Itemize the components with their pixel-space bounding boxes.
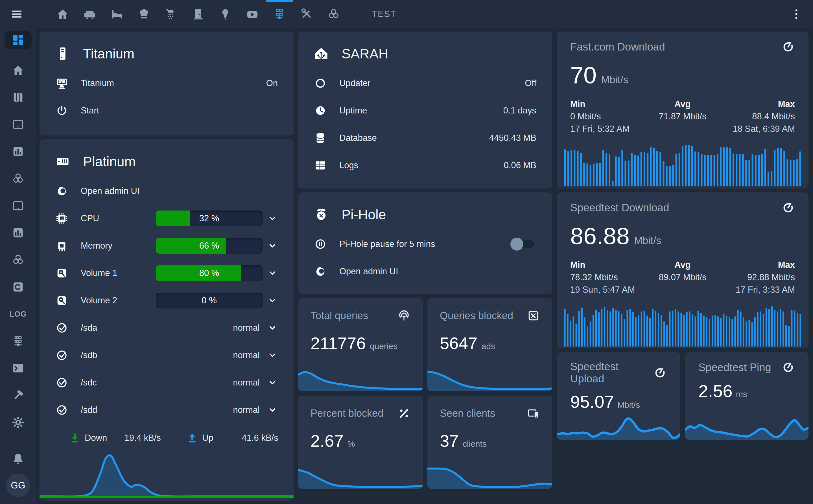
overflow-menu-icon[interactable] bbox=[790, 8, 803, 21]
chevron-down-icon[interactable] bbox=[267, 240, 278, 251]
card-speedtest-download: Speedtest Download 86.88 Mbit/s Min 78.3… bbox=[557, 192, 808, 348]
dashboard-tabs: TEST bbox=[56, 8, 396, 21]
entity-row-sdc[interactable]: /sdc normal bbox=[40, 369, 293, 396]
tab-server-network-icon[interactable] bbox=[273, 8, 286, 21]
top-app-bar: TEST bbox=[0, 0, 813, 28]
entity-row-database[interactable]: Database 4450.43 MB bbox=[298, 124, 552, 152]
tab-home-icon[interactable] bbox=[56, 8, 69, 21]
stat-avg: Avg 71.87 Mbit/s bbox=[645, 99, 720, 134]
tab-lightbulb-icon[interactable] bbox=[219, 8, 232, 21]
up-value: 41.6 kB/s bbox=[242, 433, 293, 443]
tab-youtube-icon[interactable] bbox=[246, 8, 259, 21]
tab-shower-icon[interactable] bbox=[165, 8, 177, 21]
card-title: Speedtest Ping bbox=[698, 361, 771, 374]
sidebar-console-icon[interactable] bbox=[12, 362, 25, 375]
chevron-down-icon[interactable] bbox=[267, 213, 278, 224]
pihole-open-admin-row[interactable]: Open admin UI bbox=[298, 258, 552, 285]
card-seen-clients[interactable]: Seen clients 37 clients bbox=[428, 396, 552, 489]
chevron-down-icon[interactable] bbox=[267, 405, 278, 415]
speedtest-ping-sparkline bbox=[685, 406, 808, 440]
chevron-down-icon[interactable] bbox=[267, 295, 278, 306]
card-title: Speedtest Upload bbox=[570, 361, 653, 385]
user-avatar[interactable]: GG bbox=[6, 474, 30, 497]
pihole-pause-row: Pi-Hole pause for 5 mins bbox=[298, 230, 552, 258]
cpu-percent-value: 32 % bbox=[156, 211, 262, 226]
card-percent-blocked[interactable]: Percent blocked 2.67 % bbox=[298, 396, 423, 489]
open-admin-ui-row[interactable]: Open admin UI bbox=[40, 177, 293, 205]
notifications-bell-icon[interactable] bbox=[12, 453, 25, 466]
up-label: Up bbox=[202, 433, 242, 443]
percent-blocked-sparkline bbox=[298, 457, 423, 489]
dashboard-view: Titanium Titanium On Start bbox=[36, 28, 813, 504]
chevron-down-icon[interactable] bbox=[267, 268, 278, 279]
pihole-pause-toggle[interactable] bbox=[512, 240, 534, 248]
entity-state: normal bbox=[233, 323, 260, 333]
entity-row-sdd[interactable]: /sdd normal bbox=[40, 396, 293, 424]
tab-sofa-icon[interactable] bbox=[83, 8, 96, 21]
speedtest-ping-value: 2.56 bbox=[698, 381, 733, 401]
entity-row-sdb[interactable]: /sdb normal bbox=[40, 341, 293, 369]
queries-blocked-value: 5647 bbox=[440, 334, 477, 353]
sidebar-chart-box-icon[interactable] bbox=[12, 145, 25, 158]
entity-label: /sdb bbox=[81, 350, 97, 360]
card-total-queries[interactable]: Total queries 211776 queries bbox=[298, 298, 423, 391]
entity-row-uptime[interactable]: Uptime 0.1 days bbox=[298, 97, 552, 124]
sidebar-server-network-icon[interactable] bbox=[12, 335, 25, 348]
entity-state: normal bbox=[233, 350, 260, 360]
chevron-down-icon[interactable] bbox=[267, 350, 278, 361]
chevron-down-icon[interactable] bbox=[267, 323, 278, 333]
sidebar-settings-icon[interactable] bbox=[12, 416, 25, 429]
tab-door-icon[interactable] bbox=[192, 8, 205, 21]
volume2-percent-value: 0 % bbox=[156, 293, 262, 308]
seen-clients-sparkline bbox=[428, 457, 552, 489]
entity-label: /sdc bbox=[81, 378, 97, 388]
speedtest-ping-unit: ms bbox=[736, 389, 747, 399]
tab-biohazard-icon[interactable] bbox=[327, 8, 340, 21]
tab-test[interactable]: TEST bbox=[372, 9, 396, 19]
entity-row-logs[interactable]: Logs 0.06 MB bbox=[298, 152, 552, 179]
entity-row-volume1[interactable]: Volume 1 80 % bbox=[40, 259, 293, 287]
entity-row-cpu[interactable]: CPU 32 % bbox=[40, 205, 293, 232]
entity-row-volume2[interactable]: Volume 2 0 % bbox=[40, 287, 293, 314]
sidebar-alpha-c-box-icon[interactable] bbox=[12, 281, 25, 293]
entity-row-start-button[interactable]: Start bbox=[40, 97, 293, 124]
down-label: Down bbox=[85, 433, 124, 443]
card-queries-blocked[interactable]: Queries blocked 5647 ads bbox=[428, 298, 552, 391]
fastcom-value: 70 bbox=[570, 62, 597, 89]
entity-label: /sda bbox=[81, 323, 97, 333]
pihole-icon bbox=[314, 207, 328, 222]
entity-row-updater[interactable]: Updater Off bbox=[298, 69, 552, 97]
sidebar-tablet-2-icon[interactable] bbox=[12, 199, 25, 212]
sidebar-tablet-icon[interactable] bbox=[12, 118, 25, 131]
queries-blocked-sparkline bbox=[428, 360, 552, 391]
entity-label: Database bbox=[339, 133, 377, 143]
chevron-down-icon[interactable] bbox=[267, 377, 278, 388]
memory-percent-value: 66 % bbox=[156, 238, 262, 254]
table-icon bbox=[314, 159, 327, 172]
sidebar-hammer-icon[interactable] bbox=[12, 389, 25, 402]
entity-row-memory[interactable]: Memory 66 % bbox=[40, 232, 293, 259]
tab-bed-icon[interactable] bbox=[110, 8, 123, 21]
entity-state: normal bbox=[233, 405, 260, 415]
volume1-percent-value: 80 % bbox=[156, 265, 262, 281]
speedtest-download-value: 86.88 bbox=[570, 222, 630, 250]
entity-row-titanium-switch[interactable]: Titanium On bbox=[40, 69, 293, 97]
entity-row-sda[interactable]: /sda normal bbox=[40, 314, 293, 341]
sidebar-home-icon[interactable] bbox=[12, 64, 25, 77]
sidebar-biohazard-2-icon[interactable] bbox=[12, 253, 25, 266]
total-queries-value: 211776 bbox=[310, 334, 366, 353]
tab-chef-hat-icon[interactable] bbox=[137, 8, 150, 21]
firefox-browser-icon bbox=[314, 265, 327, 278]
sidebar-map-icon[interactable] bbox=[12, 91, 25, 104]
sidebar-chart-box-2-icon[interactable] bbox=[12, 226, 25, 239]
entity-label: Pi-Hole pause for 5 mins bbox=[339, 239, 435, 249]
access-point-icon bbox=[397, 309, 411, 322]
mini-card-title: Total queries bbox=[310, 310, 368, 322]
sidebar-biohazard-icon[interactable] bbox=[12, 172, 25, 185]
tab-tools-icon[interactable] bbox=[300, 8, 313, 21]
percent-blocked-unit: % bbox=[347, 439, 355, 449]
sidebar-log-item[interactable]: LOG bbox=[9, 308, 27, 321]
sidebar: LOG GG bbox=[0, 28, 36, 504]
menu-icon[interactable] bbox=[10, 8, 23, 21]
sidebar-item-dashboard[interactable] bbox=[5, 31, 32, 49]
